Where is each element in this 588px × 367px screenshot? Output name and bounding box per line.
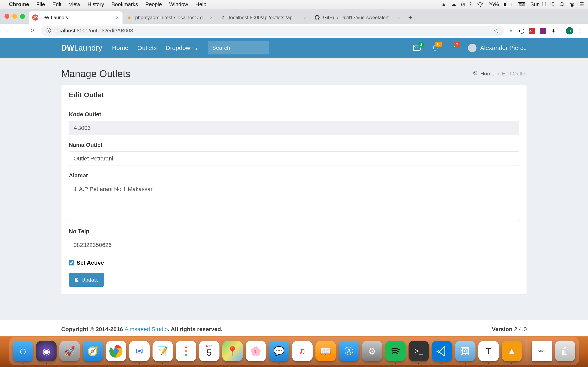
vue-devtools-icon[interactable]: ▼ — [508, 28, 514, 34]
site-info-icon[interactable]: ⓘ — [46, 27, 51, 34]
mkv-file-icon[interactable]: MKV — [532, 341, 552, 361]
flags-menu[interactable]: 9 — [450, 44, 457, 51]
menubar-history[interactable]: History — [87, 1, 104, 8]
menubar-help[interactable]: Help — [195, 1, 206, 8]
maps-icon[interactable]: 📍 — [222, 341, 243, 361]
search-input[interactable] — [212, 45, 264, 51]
footer-link[interactable]: Almsaeed Studio — [125, 326, 168, 332]
menubar-file[interactable]: File — [36, 1, 45, 8]
extension-icon[interactable]: ◯ — [519, 28, 525, 34]
mail-menu[interactable]: 4 — [413, 45, 421, 51]
footer-rights: . All rights reserved. — [168, 326, 223, 332]
cors-extension-icon[interactable]: CORS — [529, 28, 535, 34]
kode-outlet-label: Kode Outlet — [69, 111, 519, 118]
navbar-search[interactable] — [208, 42, 269, 54]
nav-link-outlets[interactable]: Outlets — [138, 44, 157, 51]
update-button[interactable]: Update — [69, 273, 104, 287]
settings-icon[interactable]: ⚙ — [362, 341, 382, 361]
chrome-icon[interactable] — [106, 341, 126, 361]
close-window-button[interactable] — [4, 14, 9, 19]
safari-icon[interactable]: 🧭 — [83, 341, 103, 361]
tab-title: GitHub - avil13/vue-sweetalert — [323, 15, 396, 20]
battery-icon[interactable] — [504, 2, 513, 7]
textedit-icon[interactable]: T — [478, 341, 499, 361]
bluetooth-icon[interactable]: ⌇ — [470, 1, 472, 8]
notes-icon[interactable]: 📝 — [153, 341, 173, 361]
itunes-icon[interactable]: ♫ — [292, 341, 312, 361]
preview-icon[interactable]: 🖼 — [455, 341, 476, 361]
tray-icon[interactable]: ⎚ — [461, 1, 465, 8]
nama-outlet-label: Nama Outlet — [69, 142, 519, 148]
vlc-tray-icon[interactable]: ▲ — [441, 1, 447, 8]
chrome-tabbar: DW DW Laundry × ◆ phpmyadmin.test / loca… — [0, 9, 588, 24]
extensions-area: ▼ ◯ CORS ⊕ a ⋮ — [508, 27, 584, 34]
bookmark-star-icon[interactable]: ☆ — [493, 27, 499, 34]
menubar-people[interactable]: People — [145, 1, 162, 8]
ibooks-icon[interactable]: 📖 — [315, 341, 336, 361]
alamat-label: Alamat — [69, 172, 519, 179]
favicon-icon: 🗎 — [220, 15, 226, 21]
minimize-window-button[interactable] — [12, 14, 17, 19]
kode-outlet-input[interactable] — [69, 121, 519, 135]
new-tab-button[interactable]: + — [404, 11, 416, 24]
chrome-menu-icon[interactable]: ⋮ — [578, 28, 584, 34]
vscode-icon[interactable] — [432, 341, 452, 361]
launchpad-icon[interactable]: 🚀 — [60, 341, 80, 361]
vlc-icon[interactable]: ▲ — [502, 341, 522, 361]
trash-icon[interactable]: 🗑 — [555, 341, 575, 361]
reload-button[interactable]: ⟳ — [29, 27, 37, 34]
terminal-icon[interactable]: >_ — [408, 341, 429, 361]
nav-link-home[interactable]: Home — [112, 44, 129, 51]
close-tab-icon[interactable]: × — [303, 15, 307, 21]
menubar-edit[interactable]: Edit — [52, 1, 61, 8]
siri-app-icon[interactable]: ◉ — [36, 341, 57, 361]
browser-tab-4[interactable]: GitHub - avil13/vue-sweetalert × — [310, 11, 404, 24]
cloud-icon[interactable]: ☁ — [451, 1, 457, 8]
menubar-app[interactable]: Chrome — [9, 1, 29, 8]
notification-center-icon[interactable]: ☰ — [579, 1, 584, 8]
profile-avatar[interactable]: a — [566, 27, 573, 34]
macos-menubar: Chrome File Edit View History Bookmarks … — [0, 0, 588, 9]
spotify-icon[interactable] — [385, 341, 406, 361]
back-button[interactable]: ← — [4, 27, 12, 34]
maximize-window-button[interactable] — [20, 14, 25, 19]
extension-icon-2[interactable] — [540, 28, 546, 34]
svg-rect-2 — [512, 4, 512, 5]
address-bar[interactable]: ⓘ localhost:8000/outlets/edit/AB003 ☆ — [41, 26, 504, 36]
finder-icon[interactable]: ☺ — [13, 341, 33, 361]
telp-input[interactable] — [69, 238, 519, 252]
siri-icon[interactable]: ◉ — [570, 1, 574, 8]
alamat-textarea[interactable] — [69, 182, 519, 221]
url-host: localhost — [54, 27, 75, 34]
notifications-menu[interactable]: 10 — [432, 44, 439, 51]
menubar-window[interactable]: Window — [169, 1, 188, 8]
brand-logo[interactable]: DWLaundry — [61, 44, 102, 52]
appstore-icon[interactable]: Ⓐ — [339, 341, 359, 361]
browser-tab-1[interactable]: DW DW Laundry × — [29, 11, 122, 24]
photos-icon[interactable]: 🌸 — [246, 341, 266, 361]
menubar-view[interactable]: View — [69, 1, 80, 8]
close-tab-icon[interactable]: × — [210, 15, 213, 21]
input-icon[interactable]: ⌨ — [518, 1, 525, 8]
wifi-icon[interactable] — [477, 2, 483, 7]
nav-link-dropdown[interactable]: Dropdown ▾ — [166, 44, 198, 51]
reminders-icon[interactable] — [176, 341, 196, 361]
footer-version: 2.4.0 — [512, 326, 527, 332]
user-menu[interactable]: Alexander Pierce — [468, 44, 527, 52]
forward-button[interactable]: → — [16, 27, 25, 34]
calendar-icon[interactable]: MAY 5 — [199, 341, 219, 361]
set-active-checkbox[interactable] — [69, 260, 74, 266]
clock-text[interactable]: Sun 11.15 — [530, 1, 554, 8]
browser-tab-3[interactable]: 🗎 localhost:8000/api/outlets?api × — [216, 11, 310, 24]
close-tab-icon[interactable]: × — [398, 15, 401, 21]
spotlight-icon[interactable] — [559, 2, 565, 7]
mail-app-icon[interactable]: ✉ — [129, 341, 150, 361]
close-tab-icon[interactable]: × — [116, 15, 119, 21]
browser-tab-2[interactable]: ◆ phpmyadmin.test / localhost / d × — [122, 11, 216, 24]
extension-icon-3[interactable]: ⊕ — [550, 28, 557, 34]
menubar-bookmarks[interactable]: Bookmarks — [112, 1, 138, 8]
breadcrumb-home[interactable]: Home — [480, 71, 494, 77]
favicon-icon: ◆ — [126, 15, 132, 21]
messages-icon[interactable]: 💬 — [269, 341, 289, 361]
nama-outlet-input[interactable] — [69, 151, 519, 166]
